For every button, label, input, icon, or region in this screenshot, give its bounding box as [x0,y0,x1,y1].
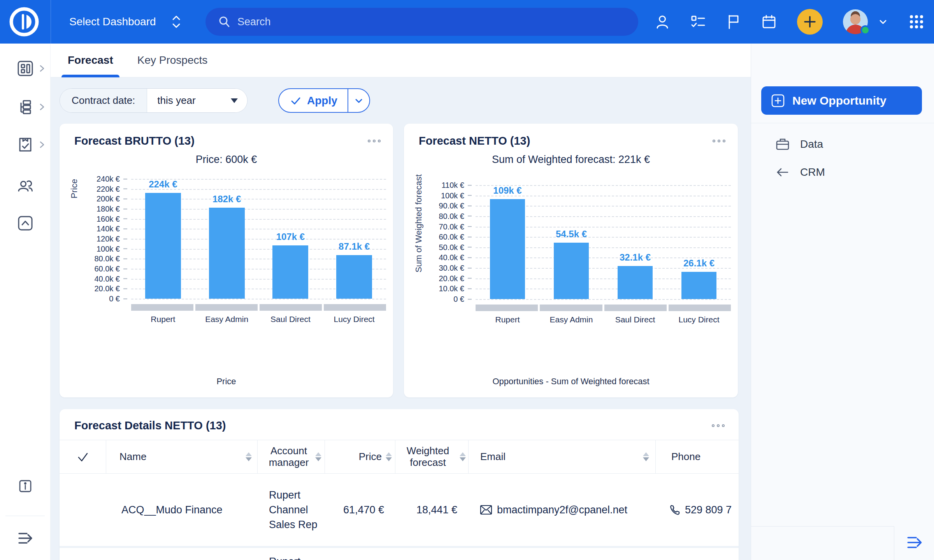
phone-cell[interactable]: 529 809 7 [655,474,739,546]
chart-menu-button[interactable] [713,137,725,145]
bar-value-label: 224k € [149,179,177,190]
tasks-button[interactable] [690,14,706,30]
chart-footer-label: Price [60,376,393,397]
sidebar-item-dashboards[interactable] [0,57,51,80]
bar-value-label: 107k € [276,231,305,242]
bar-slot: 182k € [195,179,259,299]
email-cell[interactable]: bmactimpany2f@cpanel.net [468,474,655,546]
bar-value-label: 26.1k € [683,258,715,269]
sort-icon [386,452,392,461]
x-axis-labels: RupertEasy AdminSaul DirectLucy Direct [476,315,731,324]
sidebar-expand-button[interactable] [16,530,35,548]
bar-slot: 224k € [131,179,195,299]
sort-icon [460,452,466,461]
arrow-left-icon [775,165,790,180]
bar [490,199,525,299]
y-tick-label: 110k € [426,181,472,190]
y-tick-label: 180k € [81,205,127,214]
sidebar-item-pipeline[interactable] [0,95,51,119]
chart-title: Forecast NETTO (13) [419,135,530,147]
apply-button[interactable]: Apply [279,89,348,112]
apps-grid-button[interactable] [908,14,925,30]
phone-icon [669,504,681,516]
flag-icon [726,14,741,30]
plus-icon [803,15,816,28]
column-header-account-manager[interactable]: Account manager [257,440,325,473]
calendar-button[interactable] [761,14,777,30]
y-tick-label: 50.0k € [426,243,472,252]
account-menu-button[interactable] [878,17,888,27]
tab-key-prospects[interactable]: Key Prospects [131,44,214,77]
dashboard-selector[interactable]: Select Dashboard [69,0,183,44]
select-all-header[interactable] [60,440,106,473]
y-tick-label: 160k € [81,214,127,223]
dashboard-content: Contract date: this year Apply Forecas [51,77,751,560]
x-category-label: Easy Admin [195,315,259,324]
chart-subtitle: Sum of Weighted forecast: 221k € [404,154,738,166]
sidebar-item-info[interactable] [0,474,51,498]
panel-expand-button[interactable] [905,534,925,553]
clipboard-check-icon [16,136,34,154]
sidebar-item-contacts[interactable] [0,173,51,197]
chart-menu-button[interactable] [368,137,381,145]
y-tick-label: 90.0k € [426,201,472,210]
gridline [131,299,386,299]
calendar-icon [761,14,777,30]
column-header-weighted-forecast[interactable]: Weighted forecast [395,440,468,473]
search-bar[interactable] [205,8,638,36]
price-cell [325,548,395,560]
search-input[interactable] [237,16,588,28]
x-axis-labels: RupertEasy AdminSaul DirectLucy Direct [131,315,386,324]
chart-plot-area: Price 240k €220k €200k €180k €160k €140k… [67,179,386,299]
topbar: Select Dashboard [0,0,934,44]
table-row[interactable]: ACQ__Mudo Finance Rupert Channel Sales R… [60,474,739,548]
caret-down-icon [231,98,238,103]
y-tick-label: 40.0k € [81,274,127,283]
y-tick-label: 240k € [81,175,127,184]
new-opportunity-button[interactable]: New Opportunity [761,86,922,115]
y-tick-label: 60.0k € [426,233,472,242]
phone-cell [655,548,739,560]
tab-forecast[interactable]: Forecast [61,44,119,77]
account-manager-cell: Rupert Channel Sales Rep [257,474,325,546]
column-header-price[interactable]: Price [325,440,395,473]
panel-item-crm[interactable]: CRM [751,159,934,185]
x-band-segment [604,304,667,311]
bar-value-label: 32.1k € [620,252,651,263]
column-header-email[interactable]: Email [468,440,655,473]
panel-bottom-divider [751,526,894,527]
avatar[interactable] [843,9,868,34]
y-axis-title: Price [67,179,81,198]
y-tick-label: 10.0k € [426,284,472,293]
briefcase-icon [775,137,790,152]
row-select-cell[interactable] [60,474,106,546]
y-tick-label: 80.0k € [426,212,472,220]
hierarchy-icon [16,98,34,116]
dashboard-icon [16,60,34,77]
panel-item-data[interactable]: Data [751,131,934,157]
bar-value-label: 182k € [212,194,241,205]
bar-value-label: 87.1k € [339,241,370,252]
sidebar-item-orders[interactable] [0,133,51,156]
sidebar-item-import[interactable] [0,212,51,235]
unfold-icon [170,14,183,30]
apply-options-button[interactable] [348,89,369,112]
bar-value-label: 109k € [493,185,521,196]
app-logo-icon[interactable] [9,6,40,37]
filter-value-select[interactable]: this year [147,89,247,112]
goals-button[interactable] [726,14,741,30]
column-header-phone[interactable]: Phone [655,440,739,473]
chart-card-forecast-netto: Forecast NETTO (13) Sum of Weighted fore… [404,124,738,397]
bar-slot: 32.1k € [603,185,667,299]
quick-add-button[interactable] [797,9,823,35]
row-select-cell[interactable] [60,548,106,560]
search-icon [218,16,230,28]
x-axis-band [131,304,386,311]
table-row[interactable]: Rupert [60,548,739,560]
tab-strip: Forecast Key Prospects [51,44,751,77]
contacts-button[interactable] [655,14,670,30]
chart-subtitle: Price: 600k € [60,154,393,166]
table-menu-button[interactable] [712,422,725,429]
column-header-name[interactable]: Name [106,440,257,473]
chevron-right-icon [39,140,45,149]
